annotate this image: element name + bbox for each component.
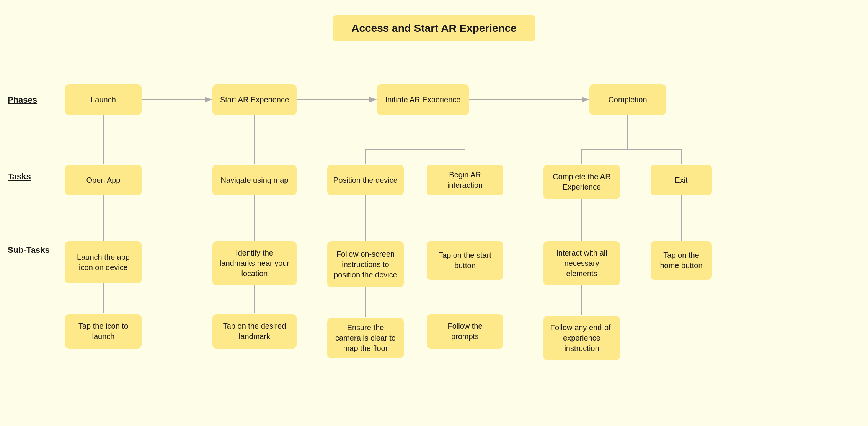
task-begin-ar: Begin AR interaction	[427, 165, 503, 195]
subtask-identify-landmarks: Identify the landmarks near your locatio…	[212, 241, 297, 285]
diagram-title: Access and Start AR Experience	[333, 15, 535, 41]
subtask-follow-instructions: Follow on-screen instructions to positio…	[327, 241, 404, 287]
task-position-device: Position the device	[327, 165, 404, 195]
phase-completion: Completion	[589, 84, 666, 115]
diagram-container: Access and Start AR Experience Phases Ta…	[0, 0, 868, 426]
subtask-interact-elements: Interact with all necessary elements	[543, 241, 620, 285]
phase-initiate-ar: Initiate AR Experience	[377, 84, 469, 115]
task-open-app: Open App	[65, 165, 142, 195]
label-phases: Phases	[8, 95, 37, 105]
phase-launch: Launch	[65, 84, 142, 115]
task-navigate-map: Navigate using map	[212, 165, 297, 195]
subtask-tap-start: Tap on the start button	[427, 241, 503, 280]
subtask-ensure-camera: Ensure the camera is clear to map the fl…	[327, 318, 404, 358]
subtask-follow-end: Follow any end-of-experience instruction	[543, 316, 620, 360]
subtask-launch-icon: Launch the app icon on device	[65, 241, 142, 283]
phase-start-ar: Start AR Experience	[212, 84, 297, 115]
label-tasks: Tasks	[8, 172, 31, 182]
label-subtasks: Sub-Tasks	[8, 245, 50, 255]
task-exit: Exit	[651, 165, 712, 195]
connectors-svg	[0, 0, 868, 426]
task-complete-ar: Complete the AR Experience	[543, 165, 620, 199]
subtask-tap-landmark: Tap on the desired landmark	[212, 314, 297, 349]
subtask-follow-prompts: Follow the prompts	[427, 314, 503, 349]
subtask-tap-icon: Tap the icon to launch	[65, 314, 142, 349]
subtask-tap-home: Tap on the home button	[651, 241, 712, 280]
